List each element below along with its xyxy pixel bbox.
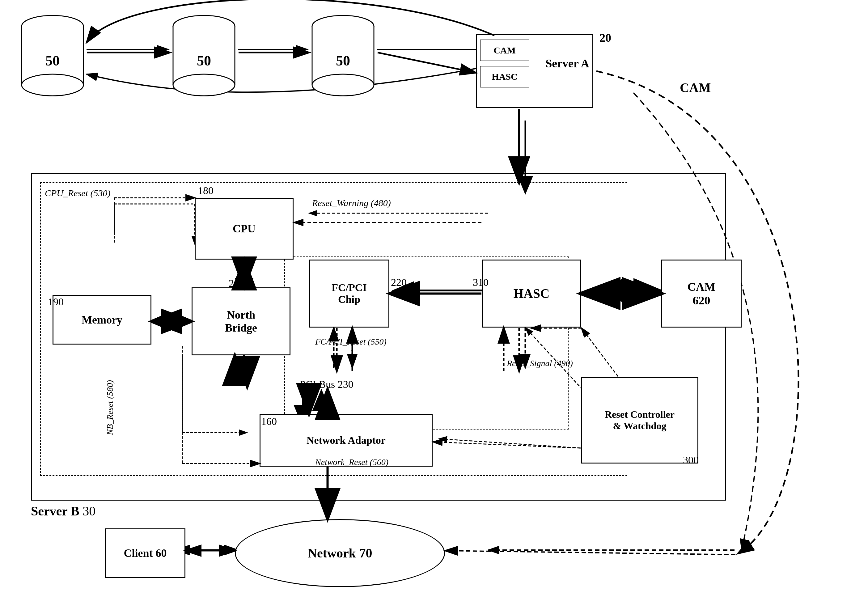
reset-ctrl-num: 300 [683, 454, 699, 466]
num-190: 190 [48, 296, 64, 308]
num-220: 220 [391, 276, 407, 288]
cylinder-2-label: 50 [170, 53, 238, 69]
cam-top-label: CAM [680, 81, 711, 95]
cam-main-label: CAM 620 [688, 280, 716, 307]
cam-sub-box: CAM [480, 40, 529, 61]
cpu-reset-signal-label: CPU_Reset (530) [45, 188, 110, 198]
hasc-sub-label: HASC [491, 71, 517, 82]
fcpci-reset-signal-label: FC/PCI_Reset (550) [315, 337, 387, 347]
cylinder-3: 50 [309, 12, 377, 99]
reset-ctrl-box: Reset Controller & Watchdog [581, 377, 698, 464]
server-a-box: CAM HASC Server A [476, 34, 593, 108]
hasc-main-label: HASC [513, 286, 550, 301]
cpu-box: CPU [195, 198, 294, 260]
reset-signal-label: Reset_Signal (490) [507, 358, 573, 368]
num-160: 160 [261, 416, 277, 427]
client-label: Client 60 [124, 547, 167, 560]
memory-label: Memory [82, 313, 122, 326]
cam-main-box: CAM 620 [661, 260, 742, 327]
memory-box: Memory [53, 295, 152, 344]
server-b-label: Server B 30 [31, 504, 96, 518]
fcpci-box: FC/PCI Chip [309, 260, 389, 327]
client-box: Client 60 [105, 529, 185, 578]
num-180: 180 [198, 185, 214, 197]
cpu-label: CPU [232, 222, 256, 235]
cylinder-2: 50 [170, 12, 238, 99]
network-adaptor-label: Network Adaptor [307, 434, 386, 446]
north-bridge-label: North Bridge [225, 309, 257, 334]
num-310: 310 [473, 276, 488, 288]
network-reset-signal-label: Network_Reset (560) [315, 457, 388, 467]
network-label: Network 70 [308, 546, 372, 561]
svg-line-55 [378, 53, 475, 73]
reset-warning-signal-label: Reset_Warning (480) [312, 198, 391, 208]
reset-ctrl-label: Reset Controller & Watchdog [605, 409, 674, 432]
pci-bus-label: PCI Bus 230 [300, 378, 353, 390]
cam-sub-label: CAM [493, 45, 516, 56]
svg-line-79 [446, 550, 737, 555]
fcpci-label: FC/PCI Chip [332, 282, 366, 305]
server-a-num: 20 [600, 31, 611, 45]
svg-point-38 [22, 74, 84, 96]
cylinder-1: 50 [19, 12, 87, 99]
network-ellipse: Network 70 [235, 519, 445, 587]
hasc-sub-box: HASC [480, 66, 529, 87]
nb-reset-signal-label: NB_Reset (580) [105, 380, 115, 435]
svg-point-48 [312, 74, 374, 96]
diagram: 50 50 50 CAM HASC [0, 0, 868, 614]
cylinder-1-label: 50 [19, 53, 87, 69]
north-bridge-box: North Bridge [192, 287, 290, 355]
cylinder-3-label: 50 [309, 53, 377, 69]
svg-point-43 [173, 74, 235, 96]
num-200: 200 [229, 278, 245, 289]
hasc-main-box: HASC [482, 260, 581, 327]
server-a-label: Server A [546, 57, 589, 70]
